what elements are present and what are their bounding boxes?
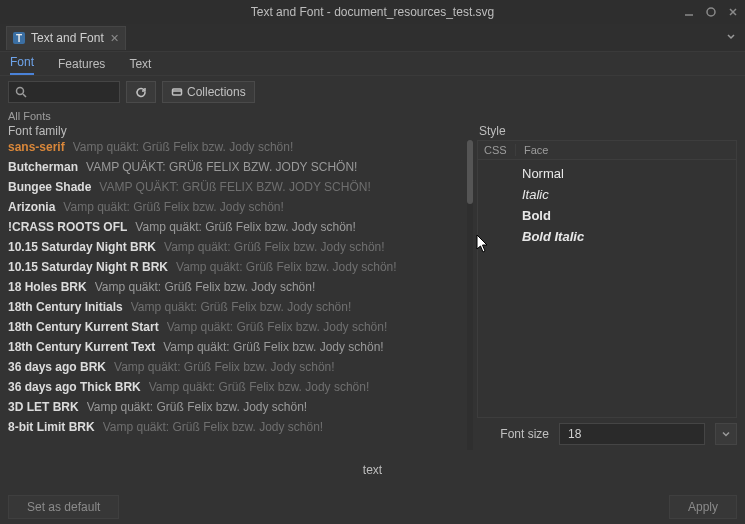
minimize-icon[interactable] [683,6,695,18]
window-title: Text and Font - document_resources_test.… [251,5,494,19]
subnav-text[interactable]: Text [129,57,151,75]
font-row[interactable]: ArizoniaVamp quäkt: Grüß Felix bzw. Jody… [8,200,465,220]
font-sample: Vamp quäkt: Grüß Felix bzw. Jody schön! [176,260,465,274]
refresh-button[interactable] [126,81,156,103]
style-columns: CSS Face [477,140,737,160]
font-row[interactable]: 36 days ago BRKVamp quäkt: Grüß Felix bz… [8,360,465,380]
collections-label: Collections [187,85,246,99]
font-family-header: Font family [0,122,473,140]
style-col-face: Face [516,144,736,156]
dock-tabbar: T Text and Font ✕ [0,24,745,52]
font-sample: Vamp quäkt: Grüß Felix bzw. Jody schön! [95,280,465,294]
text-tool-icon: T [13,32,25,44]
font-name: 18th Century Initials [8,300,123,314]
search-icon [15,86,27,98]
font-sample: Vamp quäkt: Grüß Felix bzw. Jody schön! [135,220,465,234]
font-row[interactable]: 36 days ago Thick BRKVamp quäkt: Grüß Fe… [8,380,465,400]
font-row[interactable]: ButchermanVAMP QUÄKT: GRÜß FELIX BZW. JO… [8,160,465,180]
dock-tab-label: Text and Font [31,31,104,45]
font-name: Arizonia [8,200,55,214]
tab-close-icon[interactable]: ✕ [110,32,119,45]
font-sample: Vamp quäkt: Grüß Felix bzw. Jody schön! [87,400,465,414]
font-row[interactable]: !CRASS ROOTS OFLVamp quäkt: Grüß Felix b… [8,220,465,240]
font-sample: Vamp quäkt: Grüß Felix bzw. Jody schön! [149,380,465,394]
font-row[interactable]: sans-serifVamp quäkt: Grüß Felix bzw. Jo… [8,140,465,160]
svg-line-5 [23,94,26,97]
font-search-input[interactable] [8,81,120,103]
style-header: Style [477,122,737,140]
style-option-normal[interactable]: Normal [522,166,736,181]
collections-icon [171,86,183,98]
font-name: 36 days ago BRK [8,360,106,374]
font-size-row: Font size 18 [477,418,737,450]
svg-point-1 [707,8,715,16]
svg-rect-6 [173,89,182,95]
chevron-down-icon [721,429,731,439]
font-row[interactable]: 10.15 Saturday Night R BRKVamp quäkt: Gr… [8,260,465,280]
font-row[interactable]: 18th Century Kurrent TextVamp quäkt: Grü… [8,340,465,360]
bottom-bar: Set as default Apply [0,490,745,524]
dock-tab-text-and-font[interactable]: T Text and Font ✕ [6,26,126,50]
font-sample: VAMP QUÄKT: GRÜß FELIX BZW. JODY SCHÖN! [99,180,465,194]
font-sample: Vamp quäkt: Grüß Felix bzw. Jody schön! [131,300,465,314]
font-name: sans-serif [8,140,65,154]
font-sample: VAMP QUÄKT: GRÜß FELIX BZW. JODY SCHÖN! [86,160,465,174]
style-option-bold-italic[interactable]: Bold Italic [522,229,736,244]
font-name: 18th Century Kurrent Text [8,340,155,354]
subnav-features[interactable]: Features [58,57,105,75]
font-sample: Vamp quäkt: Grüß Felix bzw. Jody schön! [167,320,465,334]
dock-menu-chevron-icon[interactable] [725,30,737,45]
titlebar: Text and Font - document_resources_test.… [0,0,745,24]
font-row[interactable]: 10.15 Saturday Night BRKVamp quäkt: Grüß… [8,240,465,260]
text-and-font-window: Text and Font - document_resources_test.… [0,0,745,524]
font-row[interactable]: 18th Century InitialsVamp quäkt: Grüß Fe… [8,300,465,320]
font-name: Bungee Shade [8,180,91,194]
font-row[interactable]: 18th Century Kurrent StartVamp quäkt: Gr… [8,320,465,340]
apply-button[interactable]: Apply [669,495,737,519]
font-name: 18th Century Kurrent Start [8,320,159,334]
content: All Fonts Font family sans-serifVamp quä… [0,108,745,524]
font-sample: Vamp quäkt: Grüß Felix bzw. Jody schön! [163,340,465,354]
font-row[interactable]: 18 Holes BRKVamp quäkt: Grüß Felix bzw. … [8,280,465,300]
font-size-dropdown[interactable] [715,423,737,445]
collections-button[interactable]: Collections [162,81,255,103]
font-sample: Vamp quäkt: Grüß Felix bzw. Jody schön! [63,200,465,214]
font-toolbar: Collections [0,76,745,108]
font-name: !CRASS ROOTS OFL [8,220,127,234]
font-sample: Vamp quäkt: Grüß Felix bzw. Jody schön! [73,140,465,154]
set-as-default-button[interactable]: Set as default [8,495,119,519]
font-row[interactable]: 8-bit Limit BRKVamp quäkt: Grüß Felix bz… [8,420,465,440]
close-icon[interactable] [727,6,739,18]
subnav-font[interactable]: Font [10,55,34,75]
font-row[interactable]: 3D LET BRKVamp quäkt: Grüß Felix bzw. Jo… [8,400,465,420]
text-preview-input[interactable]: text [0,450,745,490]
font-sample: Vamp quäkt: Grüß Felix bzw. Jody schön! [114,360,465,374]
font-name: Butcherman [8,160,78,174]
font-row[interactable]: Bungee ShadeVAMP QUÄKT: GRÜß FELIX BZW. … [8,180,465,200]
font-sample: Vamp quäkt: Grüß Felix bzw. Jody schön! [164,240,465,254]
font-name: 3D LET BRK [8,400,79,414]
style-col-css: CSS [478,144,516,156]
font-size-input[interactable]: 18 [559,423,705,445]
window-controls [683,0,739,24]
style-option-bold[interactable]: Bold [522,208,736,223]
font-name: 8-bit Limit BRK [8,420,95,434]
maximize-icon[interactable] [705,6,717,18]
style-list[interactable]: Normal Italic Bold Bold Italic [477,160,737,418]
font-name: 10.15 Saturday Night R BRK [8,260,168,274]
style-pane: Style CSS Face Normal Italic Bold Bold I… [473,122,745,450]
split: Font family sans-serifVamp quäkt: Grüß F… [0,122,745,450]
refresh-icon [135,86,147,98]
font-family-pane: Font family sans-serifVamp quäkt: Grüß F… [0,122,473,450]
font-name: 10.15 Saturday Night BRK [8,240,156,254]
scrollbar-thumb[interactable] [467,140,473,204]
font-name: 18 Holes BRK [8,280,87,294]
font-list[interactable]: sans-serifVamp quäkt: Grüß Felix bzw. Jo… [8,140,473,450]
font-list-scrollbar[interactable] [467,140,473,450]
font-sample: Vamp quäkt: Grüß Felix bzw. Jody schön! [103,420,465,434]
svg-point-4 [17,88,24,95]
font-name: 36 days ago Thick BRK [8,380,141,394]
subnav: Font Features Text [0,52,745,76]
all-fonts-label: All Fonts [0,108,745,122]
style-option-italic[interactable]: Italic [522,187,736,202]
